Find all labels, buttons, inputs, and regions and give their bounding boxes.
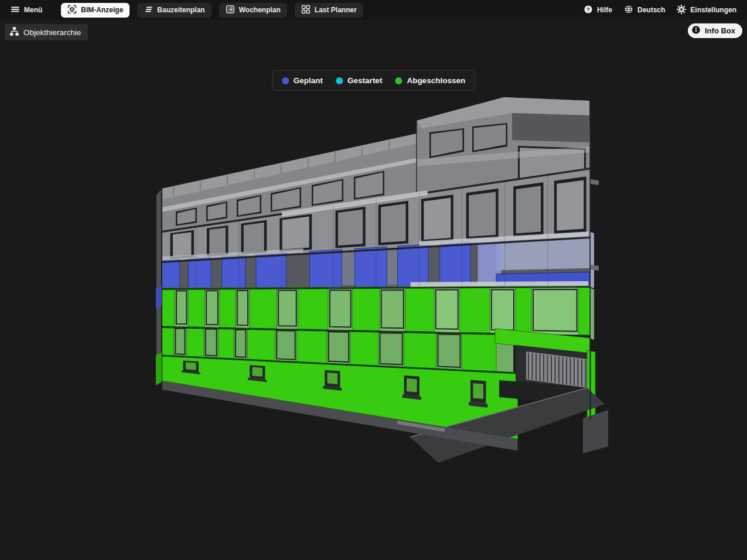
tab-label: BIM-Anzeige [81, 6, 123, 14]
object-hierarchy-label: Objekthierarchie [23, 28, 81, 37]
cube-scan-icon [67, 5, 77, 16]
tab-last-planner[interactable]: Last Planner [295, 3, 363, 18]
bim-model[interactable] [0, 20, 747, 560]
topbar: Menü BIM-Anzeige [0, 0, 747, 20]
tab-label: Wochenplan [239, 6, 281, 14]
info-icon [691, 25, 701, 36]
tab-bim-anzeige[interactable]: BIM-Anzeige [61, 3, 129, 18]
topbar-right-group: ? Hilfe Deutsch [580, 3, 740, 18]
abgeschlossen-dot [395, 77, 402, 84]
grid-icon [301, 5, 311, 16]
hamburger-icon [11, 5, 20, 16]
tab-wochenplan[interactable]: Wochenplan [219, 3, 287, 18]
globe-icon [624, 5, 633, 16]
settings-button[interactable]: Einstellungen [673, 3, 740, 18]
settings-label: Einstellungen [690, 6, 736, 14]
weekly-list-icon [226, 5, 235, 16]
bim-viewport: Objekthierarchie Info Box Geplant Gestar… [0, 20, 747, 560]
gestartet-dot [336, 77, 343, 84]
tab-bauzeitenplan[interactable]: Bauzeitenplan [137, 3, 211, 18]
object-hierarchy-button[interactable]: Objekthierarchie [5, 24, 88, 40]
geplant-dot [282, 77, 289, 84]
status-legend: Geplant Gestartet Abgeschlossen [272, 70, 475, 91]
info-box-label: Info Box [705, 26, 735, 35]
gestartet-label: Gestartet [347, 76, 382, 85]
legend-item-abgeschlossen: Abgeschlossen [395, 76, 465, 85]
menu-button[interactable]: Menü [7, 3, 46, 18]
legend-item-geplant: Geplant [282, 76, 323, 85]
language-label: Deutsch [637, 6, 665, 14]
abgeschlossen-label: Abgeschlossen [407, 76, 465, 85]
menu-label: Menü [24, 6, 42, 14]
question-icon: ? [584, 5, 593, 16]
hierarchy-tree-icon [9, 26, 19, 38]
tab-label: Bauzeitenplan [157, 6, 204, 14]
svg-text:?: ? [586, 6, 590, 12]
help-label: Hilfe [597, 6, 612, 14]
help-button[interactable]: ? Hilfe [580, 3, 616, 18]
geplant-label: Geplant [294, 76, 323, 85]
language-button[interactable]: Deutsch [620, 3, 668, 18]
gantt-lines-icon [144, 5, 153, 16]
building-3d-model [156, 97, 608, 463]
view-tabs: BIM-Anzeige Bauzeitenplan [61, 3, 363, 18]
bim-application: Menü BIM-Anzeige [0, 0, 747, 560]
gear-icon [677, 5, 686, 16]
info-box-button[interactable]: Info Box [688, 23, 742, 38]
legend-item-gestartet: Gestartet [336, 76, 382, 85]
tab-label: Last Planner [315, 6, 357, 14]
